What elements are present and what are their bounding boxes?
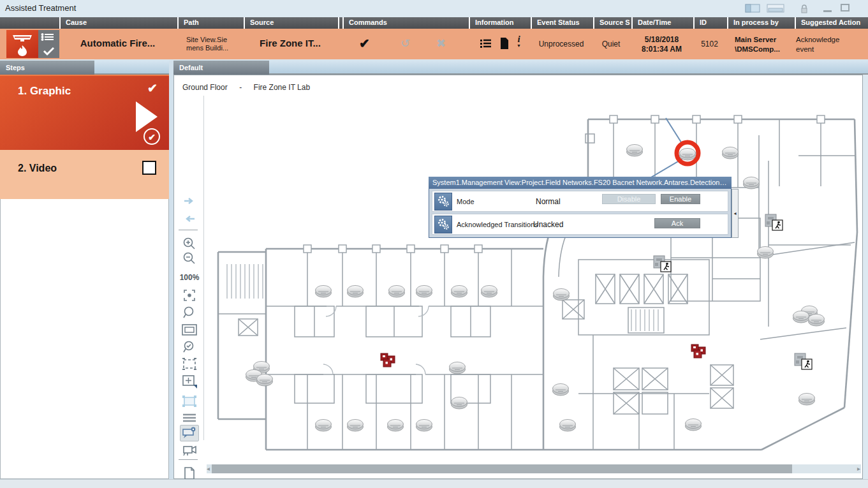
smoke-detector-icon[interactable] [553, 384, 569, 396]
col-cause[interactable]: Cause [59, 17, 176, 29]
floorplan-canvas[interactable] [205, 97, 863, 458]
step-complete-circle-icon[interactable]: ✔ [143, 128, 160, 145]
smoke-detector-icon[interactable] [793, 311, 809, 323]
disable-button[interactable]: Disable [602, 194, 656, 204]
marquee-zoom-icon[interactable] [180, 356, 199, 373]
col-event-status[interactable]: Event Status [531, 17, 592, 29]
event-info-icon[interactable]: i ▼ [517, 34, 521, 48]
smoke-detector-icon[interactable] [560, 420, 576, 432]
event-list-icon[interactable] [480, 38, 492, 52]
smoke-detector-icon[interactable] [388, 420, 404, 432]
tab-steps[interactable]: Steps [0, 61, 94, 75]
step-graphic[interactable]: 1. Graphic ✔ ✔ [0, 75, 169, 150]
col-commands[interactable]: Commands [342, 17, 467, 29]
breadcrumb-current[interactable]: Fire Zone IT Lab [254, 83, 311, 92]
exit-sign-icon[interactable] [654, 256, 671, 272]
event-state-strip [38, 30, 59, 58]
suspend-command-icon[interactable]: ↺ [401, 36, 410, 50]
tab-default[interactable]: Default [173, 61, 269, 75]
smoke-detector-icon[interactable] [554, 289, 570, 301]
smoke-detector-icon[interactable] [482, 286, 497, 298]
smoke-detector-icon[interactable] [452, 397, 467, 410]
smoke-detector-icon[interactable] [316, 286, 332, 298]
close-command-icon[interactable]: ✖ [436, 36, 446, 50]
event-path-line1: Site View.Sie [186, 36, 245, 44]
col-source[interactable]: Source [244, 17, 337, 29]
manual-call-point-icon[interactable] [691, 344, 705, 358]
smoke-detector-icon[interactable] [686, 419, 702, 431]
smoke-detector-icon[interactable] [744, 177, 760, 189]
layout-bottom-icon[interactable] [767, 4, 784, 13]
zoom-level-label[interactable]: 100% [180, 269, 199, 286]
ack-button[interactable]: Ack [654, 218, 700, 228]
horizontal-scrollbar[interactable]: ◂ ▸ [207, 464, 861, 473]
smoke-detector-icon[interactable] [450, 362, 466, 374]
smoke-detector-icon[interactable] [627, 145, 643, 157]
col-id[interactable]: ID [693, 17, 726, 29]
step-video-checkbox[interactable] [142, 161, 156, 175]
smoke-detector-icon[interactable] [416, 286, 432, 298]
event-list-header: Cause Path Source Commands Information E… [0, 17, 868, 29]
alarmed-smoke-detector-icon[interactable] [680, 149, 696, 161]
comment-tool-icon[interactable] [180, 425, 199, 441]
smoke-detector-icon[interactable] [316, 420, 332, 432]
popup-collapse-handle[interactable]: ◂ [732, 189, 739, 238]
minimize-icon[interactable] [823, 10, 832, 13]
smoke-detector-icon[interactable] [389, 286, 405, 298]
gear-icon[interactable] [434, 193, 452, 211]
back-icon[interactable] [180, 211, 199, 227]
col-source-state[interactable]: Source S [593, 17, 630, 29]
event-document-icon[interactable] [499, 37, 510, 52]
popup-ack-label: Acknowledged Transitions [457, 221, 538, 228]
acknowledge-command-icon[interactable]: ✔ [359, 36, 370, 51]
smoke-detector-icon[interactable] [758, 247, 774, 259]
smoke-detector-icon[interactable] [416, 420, 432, 432]
event-row[interactable]: Automatic Fire... Site View.Sie mens Bui… [0, 29, 868, 59]
panel-splitter[interactable] [169, 61, 173, 479]
step-video[interactable]: 2. Video [0, 150, 169, 199]
floorplan-walls [218, 119, 857, 450]
col-path[interactable]: Path [177, 17, 242, 29]
breadcrumb-parent[interactable]: Ground Floor [182, 83, 228, 92]
play-step-icon[interactable] [136, 101, 158, 132]
maximize-icon[interactable] [841, 4, 850, 12]
smoke-detector-icon[interactable] [723, 147, 739, 159]
smoke-detector-icon[interactable] [452, 286, 467, 298]
window-title: Assisted Treatment [5, 3, 76, 13]
layout-left-icon[interactable] [745, 4, 760, 13]
exit-sign-icon[interactable] [765, 214, 783, 230]
col-information[interactable]: Information [469, 17, 529, 29]
zoom-out-icon[interactable] [180, 250, 199, 267]
overview-window-icon[interactable] [180, 322, 199, 338]
window-bottom-strip [0, 479, 868, 488]
exit-sign-icon[interactable] [795, 353, 812, 369]
magnifier-icon[interactable] [180, 304, 199, 321]
smoke-detector-icon[interactable] [257, 374, 273, 387]
smoke-detector-icon[interactable] [348, 286, 364, 298]
lock-icon[interactable] [800, 4, 808, 13]
col-in-process-by[interactable]: In process by [727, 17, 793, 29]
scroll-right-icon[interactable]: ▸ [857, 465, 860, 472]
event-time: 8:01:34 AM [631, 45, 692, 54]
scroll-left-icon[interactable]: ◂ [207, 465, 210, 472]
col-suggested-action[interactable]: Suggested Action [795, 17, 867, 29]
enable-button[interactable]: Enable [661, 194, 700, 204]
fire-alarm-event-icon[interactable] [6, 30, 38, 58]
smoke-detector-icon[interactable] [799, 394, 815, 406]
camera-icon[interactable] [180, 441, 199, 458]
pan-tool-icon[interactable] [180, 373, 199, 390]
zoom-selected-icon[interactable] [180, 339, 199, 355]
layers-icon[interactable] [180, 410, 199, 426]
manual-call-point-icon[interactable] [381, 353, 395, 367]
col-datetime[interactable]: Date/Time [631, 17, 692, 29]
event-cause: Automatic Fire... [59, 38, 176, 48]
smoke-detector-icon[interactable] [809, 314, 825, 327]
selection-rect-icon[interactable] [180, 393, 199, 410]
gear-icon[interactable] [434, 216, 452, 233]
forward-icon[interactable] [180, 193, 199, 209]
scrollbar-thumb[interactable] [212, 464, 792, 473]
smoke-detector-icon[interactable] [348, 420, 364, 432]
step-video-label: 2. Video [18, 163, 57, 174]
fit-view-icon[interactable] [180, 287, 199, 304]
popup-title[interactable]: System1.Management View:Project.Field Ne… [429, 177, 732, 189]
